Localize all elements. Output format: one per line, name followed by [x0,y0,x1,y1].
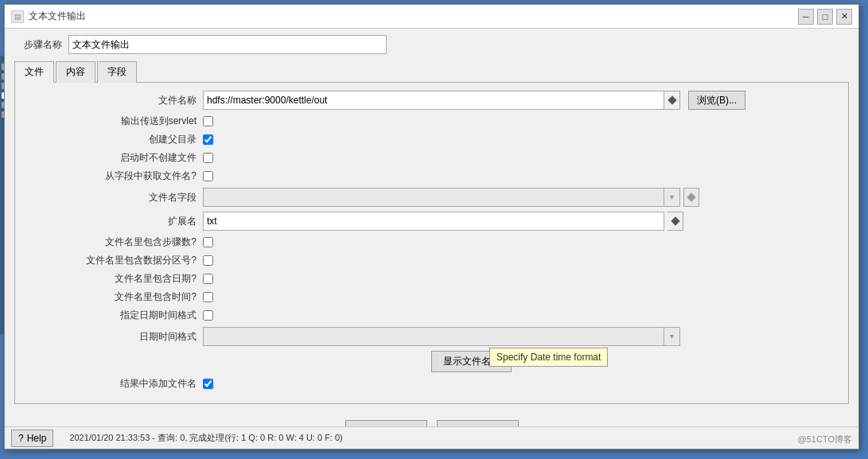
minimize-button[interactable]: ─ [798,9,814,25]
window-title: 文本文件输出 [29,10,86,23]
datetime-format-dropdown-btn[interactable]: ▼ [664,327,680,346]
datetime-format-input[interactable] [203,327,664,346]
datetime-format-row: 日期时间格式 ▼ Specify Date time format [28,327,835,346]
include-partition-row: 文件名里包含数据分区号? [28,254,835,267]
include-step-count-label: 文件名里包含步骤数? [28,235,203,249]
tab-file[interactable]: 文件 [14,61,54,83]
specify-datetime-row: 指定日期时间格式 [28,309,835,322]
filename-field-control: ▼ [203,188,835,207]
status-text: 2021/01/20 21:33:53 - 查询: 0, 完成处理(行: 1 Q… [69,432,852,444]
no-create-launch-checkbox[interactable] [203,153,213,163]
filename-field-label: 文件名字段 [28,191,203,204]
filename-input[interactable] [203,91,664,110]
title-buttons: ─ □ ✕ [798,9,852,25]
specify-datetime-tooltip: Specify Date time format [489,348,608,367]
specify-datetime-control [203,310,835,321]
filename-label: 文件名称 [28,94,203,107]
title-bar-left: ▤ 文本文件输出 [11,10,86,23]
window-content: 步骤名称 文件 内容 字段 文件名称 [5,29,858,457]
no-create-launch-control [203,153,835,163]
extension-row: 扩展名 [28,212,835,231]
step-name-label: 步骤名称 [14,38,62,52]
add-filename-result-checkbox[interactable] [203,379,213,389]
include-date-control [203,274,835,284]
include-date-checkbox[interactable] [203,274,213,284]
include-time-row: 文件名里包含时间? [28,290,835,304]
status-bar: ? Help 2021/01/20 21:33:53 - 查询: 0, 完成处理… [5,426,858,449]
include-date-label: 文件名里包含日期? [28,272,203,286]
filename-field-row: 文件名字段 ▼ [28,188,835,207]
filename-input-group [203,91,680,110]
filename-diamond-icon[interactable] [664,91,680,110]
extension-diamond-icon[interactable] [668,212,683,231]
add-filename-result-label: 结果中添加文件名 [28,377,203,391]
step-name-row: 步骤名称 [14,35,849,54]
from-field-label: 从字段中获取文件名? [28,169,203,183]
help-label: Help [27,433,47,444]
include-partition-control [203,255,835,266]
output-servlet-checkbox[interactable] [203,116,213,126]
step-name-input[interactable] [68,35,387,54]
include-step-count-control [203,237,835,247]
include-time-label: 文件名里包含时间? [28,290,203,304]
filename-field-input[interactable] [203,188,664,207]
filename-control: 浏览(B)... [203,91,835,110]
add-filename-result-control [203,379,835,389]
browse-button[interactable]: 浏览(B)... [688,91,745,110]
watermark: @51CTO博客 [798,434,852,445]
filename-row: 文件名称 浏览(B)... [28,91,835,110]
tab-bar: 文件 内容 字段 [14,60,849,83]
create-parent-dir-label: 创建父目录 [28,133,203,146]
tab-content[interactable]: 内容 [56,61,95,83]
include-partition-checkbox[interactable] [203,255,213,266]
help-icon: ? [18,433,24,444]
filename-field-diamond-icon[interactable] [683,188,699,207]
include-step-count-checkbox[interactable] [203,237,213,247]
specify-datetime-checkbox[interactable] [203,310,213,321]
add-filename-result-row: 结果中添加文件名 [28,377,835,391]
specify-datetime-label: 指定日期时间格式 [28,309,203,322]
close-button[interactable]: ✕ [836,9,852,25]
extension-control [203,212,835,231]
filename-field-dropdown: ▼ [203,188,680,207]
no-create-launch-row: 启动时不创建文件 [28,151,835,165]
filename-field-dropdown-btn[interactable]: ▼ [664,188,680,207]
maximize-button[interactable]: □ [817,9,833,25]
no-create-launch-label: 启动时不创建文件 [28,151,203,165]
create-parent-dir-control [203,134,835,145]
window-icon: ▤ [11,10,24,23]
include-date-row: 文件名里包含日期? [28,272,835,286]
tab-content-area: 文件名称 浏览(B)... 输出传送到servlet [14,83,849,404]
extension-label: 扩展名 [28,215,203,228]
create-parent-dir-checkbox[interactable] [203,134,213,145]
datetime-format-label: 日期时间格式 [28,330,203,344]
include-step-count-row: 文件名里包含步骤数? [28,235,835,249]
create-parent-dir-row: 创建父目录 [28,133,835,146]
main-window: ▤ 文本文件输出 ─ □ ✕ 步骤名称 文件 内容 字段 [4,4,859,449]
datetime-format-control: ▼ Specify Date time format [203,327,835,346]
from-field-checkbox[interactable] [203,171,213,181]
tab-fields[interactable]: 字段 [97,61,137,83]
output-servlet-row: 输出传送到servlet [28,115,835,128]
output-servlet-control [203,116,835,126]
title-bar: ▤ 文本文件输出 ─ □ ✕ [5,5,858,29]
extension-input[interactable] [203,212,664,231]
from-field-row: 从字段中获取文件名? [28,169,835,183]
include-partition-label: 文件名里包含数据分区号? [28,254,203,267]
output-servlet-label: 输出传送到servlet [28,115,203,128]
datetime-format-dropdown: ▼ [203,327,680,346]
include-time-control [203,292,835,302]
show-filename-row: 显示文件名... [107,351,835,372]
help-button[interactable]: ? Help [11,430,53,447]
from-field-control [203,171,835,181]
include-time-checkbox[interactable] [203,292,213,302]
